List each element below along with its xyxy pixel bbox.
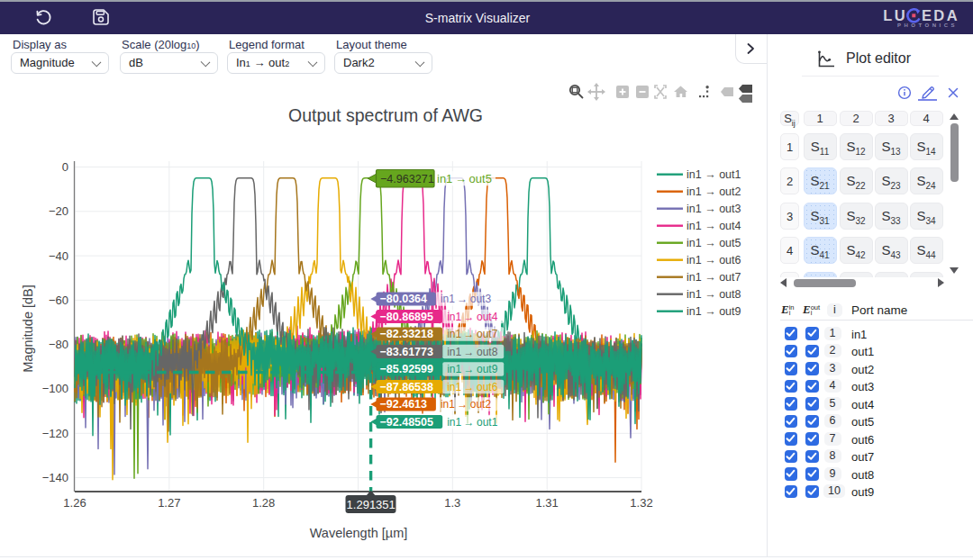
svg-text:−80: −80 bbox=[49, 338, 68, 351]
svg-text:in1 → out5: in1 → out5 bbox=[437, 172, 492, 185]
svg-text:in1 → out2: in1 → out2 bbox=[441, 398, 492, 411]
svg-text:Output spectrum of AWG: Output spectrum of AWG bbox=[288, 105, 483, 125]
svg-text:in1 → out7: in1 → out7 bbox=[447, 328, 498, 340]
svg-text:−82.33218: −82.33218 bbox=[380, 328, 433, 340]
svg-text:1.26: 1.26 bbox=[63, 496, 86, 510]
svg-text:−83.61773: −83.61773 bbox=[380, 346, 433, 358]
svg-text:−80.0364: −80.0364 bbox=[380, 293, 428, 305]
svg-text:in1 → out6: in1 → out6 bbox=[687, 254, 741, 266]
svg-text:−60: −60 bbox=[49, 294, 68, 307]
svg-text:−100: −100 bbox=[42, 382, 68, 395]
svg-text:−20: −20 bbox=[49, 204, 68, 218]
svg-text:−120: −120 bbox=[42, 427, 68, 440]
svg-text:−40: −40 bbox=[49, 249, 68, 263]
svg-text:−92.4613: −92.4613 bbox=[380, 398, 428, 411]
svg-text:in1 → out5: in1 → out5 bbox=[687, 237, 741, 249]
svg-text:0: 0 bbox=[62, 160, 68, 174]
svg-text:in1 → out3: in1 → out3 bbox=[441, 293, 492, 305]
svg-text:−92.48505: −92.48505 bbox=[380, 416, 433, 429]
svg-text:−140: −140 bbox=[42, 471, 68, 484]
svg-text:in1 → out8: in1 → out8 bbox=[447, 346, 498, 358]
svg-text:1.31: 1.31 bbox=[536, 496, 559, 510]
svg-text:−87.86538: −87.86538 bbox=[380, 381, 433, 393]
svg-text:1.32: 1.32 bbox=[630, 496, 652, 510]
svg-text:1.27: 1.27 bbox=[158, 496, 180, 510]
svg-text:1.291351: 1.291351 bbox=[347, 498, 396, 511]
svg-text:Wavelength [µm]: Wavelength [µm] bbox=[310, 526, 408, 540]
svg-text:in1 → out9: in1 → out9 bbox=[447, 363, 498, 375]
svg-text:1.28: 1.28 bbox=[252, 496, 275, 510]
svg-text:−85.92599: −85.92599 bbox=[380, 363, 433, 375]
svg-text:in1 → out1: in1 → out1 bbox=[447, 416, 498, 429]
svg-text:−4.963271: −4.963271 bbox=[380, 173, 434, 185]
svg-text:1.3: 1.3 bbox=[444, 496, 460, 510]
svg-text:in1 → out7: in1 → out7 bbox=[687, 271, 741, 284]
svg-text:Magnitude [dB]: Magnitude [dB] bbox=[21, 285, 35, 373]
svg-text:in1 → out6: in1 → out6 bbox=[447, 381, 498, 393]
svg-text:in1 → out4: in1 → out4 bbox=[687, 220, 741, 232]
svg-text:−80.86895: −80.86895 bbox=[380, 311, 433, 323]
svg-text:in1 → out1: in1 → out1 bbox=[687, 168, 741, 181]
svg-text:in1 → out4: in1 → out4 bbox=[447, 311, 498, 323]
svg-text:in1 → out8: in1 → out8 bbox=[687, 288, 741, 301]
svg-text:in1 → out9: in1 → out9 bbox=[687, 305, 741, 318]
svg-text:in1 → out3: in1 → out3 bbox=[687, 203, 741, 215]
svg-text:in1 → out2: in1 → out2 bbox=[687, 185, 741, 198]
